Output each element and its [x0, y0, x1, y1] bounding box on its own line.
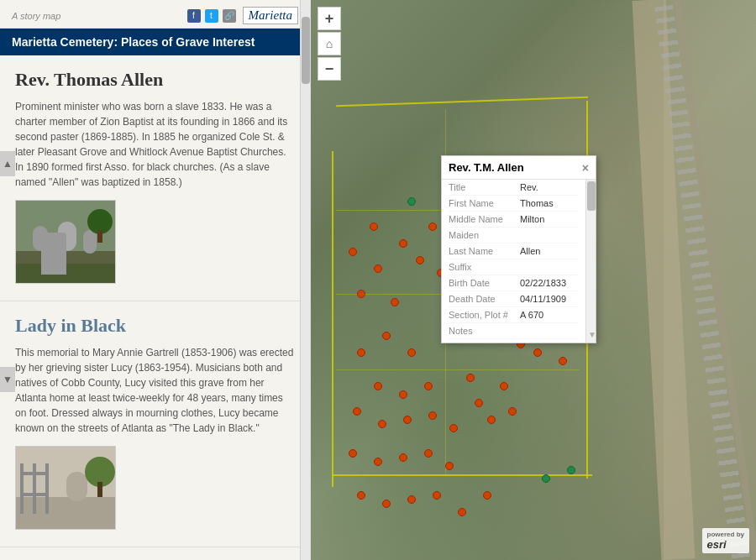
- marker-17[interactable]: [424, 382, 433, 390]
- marker-47[interactable]: [567, 466, 575, 474]
- marker-29[interactable]: [475, 399, 483, 407]
- boundary-left: [332, 151, 333, 487]
- facebook-icon[interactable]: f: [187, 9, 201, 23]
- left-panel-scrollbar[interactable]: [300, 0, 310, 560]
- popup-content-area: TitleRev.First NameThomasMiddle NameMilt…: [442, 180, 596, 343]
- marker-1[interactable]: [374, 264, 382, 273]
- marker-7[interactable]: [428, 222, 437, 231]
- marker-30[interactable]: [487, 416, 496, 424]
- marker-6[interactable]: [370, 222, 378, 231]
- marker-28[interactable]: [466, 374, 475, 382]
- popup-body: TitleRev.First NameThomasMiddle NameMilt…: [442, 180, 596, 343]
- marker-44[interactable]: [458, 508, 466, 516]
- popup-row-7: Death Date04/11/1909: [449, 291, 579, 307]
- marker-18[interactable]: [353, 407, 361, 416]
- plot-line-3: [336, 369, 580, 370]
- marker-42[interactable]: [407, 495, 416, 504]
- popup-scroll-thumb: [587, 181, 596, 211]
- scrollbar-thumb: [302, 17, 310, 84]
- popup-label-6: Birth Date: [449, 278, 520, 288]
- popup-close-button[interactable]: ×: [582, 162, 589, 174]
- marker-25[interactable]: [399, 453, 407, 462]
- marker-5[interactable]: [391, 298, 399, 306]
- marker-21[interactable]: [428, 411, 437, 420]
- popup-row-2: Middle NameMilton: [449, 212, 579, 228]
- popup-label-8: Section, Plot #: [449, 310, 520, 320]
- marker-16[interactable]: [399, 390, 407, 399]
- marker-43[interactable]: [433, 491, 441, 500]
- marker-20[interactable]: [403, 416, 412, 424]
- popup-label-4: Last Name: [449, 246, 520, 256]
- popup-row-8: Section, Plot #A 670: [449, 307, 579, 323]
- zoom-in-button[interactable]: +: [318, 7, 341, 30]
- popup-value-6: 02/22/1833: [520, 278, 566, 288]
- story-title: Marietta Cemetery: Places of Grave Inter…: [0, 29, 310, 55]
- marker-3[interactable]: [416, 256, 424, 264]
- popup-title: Rev. T.M. Allen: [449, 161, 524, 174]
- popup-label-3: Maiden: [449, 230, 520, 240]
- marker-32[interactable]: [508, 407, 517, 416]
- marker-41[interactable]: [382, 500, 391, 508]
- marker-45[interactable]: [483, 491, 491, 500]
- marker-13[interactable]: [357, 348, 365, 357]
- popup-row-3: Maiden: [449, 228, 579, 243]
- marker-14[interactable]: [407, 348, 416, 357]
- marker-39[interactable]: [559, 357, 567, 365]
- marker-10[interactable]: [407, 197, 416, 206]
- map-area[interactable]: + ⌂ − Rev. T.M. Allen × TitleRev.First N…: [311, 0, 756, 560]
- svg-rect-10: [20, 463, 24, 514]
- svg-rect-17: [97, 482, 102, 497]
- popup-label-1: First Name: [449, 198, 520, 208]
- esri-text: esri: [707, 538, 727, 551]
- marker-15[interactable]: [374, 382, 382, 390]
- svg-rect-4: [83, 230, 97, 254]
- section-2-image: [15, 446, 116, 530]
- marker-0[interactable]: [349, 248, 357, 256]
- svg-rect-14: [20, 493, 49, 496]
- marker-46[interactable]: [542, 474, 550, 483]
- svg-rect-15: [66, 472, 87, 501]
- esri-powered-text: powered by: [707, 531, 744, 538]
- marker-24[interactable]: [374, 458, 382, 466]
- section-lady-in-black: Lady in Black This memorial to Mary Anni…: [0, 301, 310, 547]
- marker-4[interactable]: [357, 290, 365, 298]
- popup-value-2: Milton: [520, 214, 544, 224]
- popup-row-1: First NameThomas: [449, 196, 579, 212]
- popup-row-0: TitleRev.: [449, 180, 579, 196]
- marker-27[interactable]: [445, 462, 454, 470]
- marker-37[interactable]: [533, 348, 542, 357]
- story-title-text: Marietta Cemetery: Places of Grave Inter…: [12, 35, 255, 49]
- marker-2[interactable]: [399, 239, 407, 248]
- popup-label-5: Suffix: [449, 262, 520, 272]
- svg-rect-11: [33, 463, 36, 514]
- popup-label-7: Death Date: [449, 294, 520, 304]
- svg-rect-12: [45, 463, 49, 514]
- marker-23[interactable]: [349, 449, 357, 458]
- popup-row-9: Notes: [449, 323, 579, 339]
- section-us-senator: U.S. Senator Alexander Stephens Clay: [0, 547, 310, 560]
- section-rev-thomas-allen: Rev. Thomas Allen Prominent minister who…: [0, 55, 310, 301]
- nav-arrow-up[interactable]: ▲: [0, 151, 15, 176]
- story-header: A story map f t 🔗 Marietta: [0, 0, 310, 29]
- marker-26[interactable]: [424, 449, 433, 458]
- popup-value-4: Allen: [520, 246, 540, 256]
- nav-arrow-down[interactable]: ▼: [0, 367, 15, 392]
- marker-31[interactable]: [500, 382, 508, 390]
- marker-40[interactable]: [357, 491, 365, 500]
- popup-scrollbar[interactable]: ▼: [585, 180, 596, 343]
- popup-header: Rev. T.M. Allen ×: [442, 156, 596, 180]
- marker-12[interactable]: [382, 332, 391, 340]
- marker-22[interactable]: [449, 424, 458, 432]
- twitter-icon[interactable]: t: [205, 9, 218, 23]
- svg-rect-13: [20, 472, 49, 475]
- section-1-body: Prominent minister who was born a slave …: [15, 99, 295, 190]
- svg-rect-2: [33, 226, 48, 251]
- zoom-out-button[interactable]: −: [318, 57, 341, 81]
- home-button[interactable]: ⌂: [318, 32, 341, 55]
- marker-19[interactable]: [378, 420, 386, 428]
- left-panel: A story map f t 🔗 Marietta Marietta Ceme…: [0, 0, 311, 560]
- popup-value-8: A 670: [520, 310, 543, 320]
- map-popup: Rev. T.M. Allen × TitleRev.First NameTho…: [441, 155, 596, 343]
- boundary-bottom: [332, 474, 592, 476]
- link-icon[interactable]: 🔗: [223, 9, 236, 23]
